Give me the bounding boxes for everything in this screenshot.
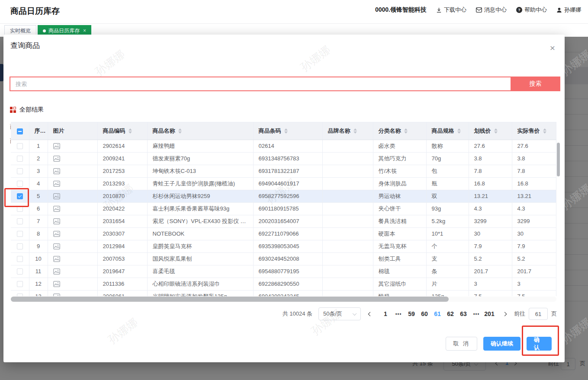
table-row[interactable]: 3 2017253 坤甸铁木筷C-013 6931781322187 竹/木筷 … — [11, 165, 556, 177]
column-header[interactable]: 实际售价 — [512, 122, 556, 140]
column-header[interactable]: 商品规格 — [426, 122, 469, 140]
next-page-arrow[interactable] — [501, 313, 508, 316]
table-row[interactable]: 8 2030307 NOTEBOOK 6922711079066 硬面本 10*… — [11, 227, 556, 240]
sale-price: 5.2 — [512, 252, 556, 265]
search-input[interactable] — [16, 81, 511, 87]
page-number[interactable]: 62 — [444, 307, 456, 320]
column-header[interactable]: 商品条码 — [253, 122, 322, 140]
image-placeholder-icon — [53, 181, 92, 187]
category-name: 硬面本 — [373, 227, 426, 240]
goto-page-input[interactable] — [529, 308, 548, 320]
row-checkbox[interactable] — [17, 281, 23, 287]
select-all-checkbox[interactable] — [17, 128, 23, 134]
table-row[interactable]: 5 2010870 杉杉休闲运动男袜9259 6958277592596 男运动… — [11, 190, 556, 202]
page-ellipsis[interactable]: ••• — [392, 307, 405, 320]
column-header[interactable]: 商品编码 — [97, 122, 147, 140]
close-icon[interactable]: × — [550, 43, 555, 52]
column-header[interactable]: 商品名称 — [147, 122, 253, 140]
category-name: 无盖马克杯 — [373, 240, 426, 252]
page-number[interactable]: 60 — [418, 307, 431, 320]
sort-caret-icon[interactable] — [494, 128, 498, 134]
row-checkbox[interactable] — [17, 156, 23, 162]
table-row[interactable]: 6 2020422 嘉士利果乐果香果酱草莓味93g 6901180915785 … — [11, 202, 556, 215]
top-header: 商品日历库存 0000.领锋智能科技 下载中心 消息中心 ? 帮助中心 孙娜娜 — [0, 0, 588, 24]
page-ellipsis[interactable]: ••• — [470, 307, 482, 320]
row-checkbox[interactable] — [17, 243, 23, 249]
product-barcode: 6922711079066 — [253, 227, 322, 240]
row-checkbox[interactable] — [17, 193, 23, 199]
product-spec: 70g — [426, 152, 469, 165]
table-row[interactable]: 13 2006061 光明牌如实无添加发酵乳135g 6904209243245… — [11, 290, 556, 296]
page-number[interactable]: 63 — [457, 307, 469, 320]
column-header[interactable]: 品牌名称 — [322, 122, 373, 140]
category-name: 餐具洗洁精 — [373, 215, 426, 227]
sort-caret-icon[interactable] — [353, 128, 357, 134]
confirm-continue-button[interactable]: 确认继续 — [483, 337, 521, 351]
horizontal-scrollbar[interactable] — [11, 297, 556, 302]
tab-close-icon[interactable]: × — [83, 28, 86, 34]
product-code: 2019647 — [97, 265, 147, 278]
table-row[interactable]: 4 2013293 青蛙王子儿童倍护润肤露(橄榄油) 6949044601917… — [11, 177, 556, 190]
vertical-scrollbar-thumb[interactable] — [557, 143, 560, 176]
confirm-button[interactable]: 确认 — [527, 337, 552, 351]
table-row[interactable]: 1 2902614 麻辣鸭翅 02614 卤水类 散称 27.6 27.6 — [11, 140, 556, 152]
row-checkbox[interactable] — [17, 206, 23, 212]
column-header: 图片 — [48, 122, 97, 140]
page-number[interactable]: 61 — [431, 307, 443, 320]
row-checkbox[interactable] — [17, 143, 23, 149]
product-code: 2012984 — [97, 240, 147, 252]
row-checkbox[interactable] — [17, 231, 23, 237]
table-row[interactable]: 2 2009241 德发麦丽素70g 6931348756783 其他巧克力 7… — [11, 152, 556, 165]
table-row[interactable]: 12 2011336 心相印眼镜清洁系列装湿巾 6922868290550 其它… — [11, 278, 556, 290]
query-product-dialog: 查询商品 × 搜索 全部结果 商品分类： 全部 粮油调味清洁用品日常家用日常家居… — [3, 35, 565, 362]
sort-caret-icon[interactable] — [543, 128, 546, 134]
category-name: 酸奶 — [373, 290, 426, 296]
product-spec: 5.2kg — [426, 215, 469, 227]
message-center-link[interactable]: 消息中心 — [476, 6, 507, 14]
table-row[interactable]: 10 2007053 国风悦家瓜果刨 6930249452008 刨类工具 支 … — [11, 252, 556, 265]
sort-caret-icon[interactable] — [404, 128, 408, 134]
product-name: 索尼（SONY）VPL-EX430 投影仪 投影机... — [147, 215, 253, 227]
list-price: 7.5 — [469, 290, 512, 296]
image-placeholder-icon — [53, 218, 92, 224]
sort-caret-icon[interactable] — [457, 128, 461, 134]
user-menu[interactable]: 孙娜娜 — [556, 6, 581, 14]
product-name: 皇爵英皇马克杯 — [147, 240, 253, 252]
table-row[interactable]: 7 2031654 索尼（SONY）VPL-EX430 投影仪 投影机... 2… — [11, 215, 556, 227]
help-center-link[interactable]: ? 帮助中心 — [516, 6, 547, 14]
product-spec: 双 — [426, 190, 469, 202]
row-checkbox[interactable] — [17, 256, 23, 262]
row-checkbox[interactable] — [17, 294, 23, 296]
product-barcode: 6935398053045 — [253, 240, 322, 252]
table-row[interactable]: 9 2012984 皇爵英皇马克杯 6935398053045 无盖马克杯 个 … — [11, 240, 556, 252]
sort-caret-icon[interactable] — [178, 128, 182, 134]
horizontal-scrollbar-thumb[interactable] — [11, 297, 449, 302]
column-header[interactable]: 划线价 — [469, 122, 512, 140]
row-checkbox[interactable] — [17, 218, 23, 224]
prev-page-arrow[interactable] — [367, 313, 373, 316]
product-code: 2006061 — [97, 290, 147, 296]
row-checkbox[interactable] — [17, 168, 23, 174]
sort-caret-icon[interactable] — [128, 128, 132, 134]
row-index: 10 — [29, 252, 48, 265]
image-placeholder-icon — [53, 193, 92, 199]
row-checkbox[interactable] — [17, 268, 23, 275]
image-placeholder-icon — [53, 156, 92, 162]
sale-price: 3.8 — [512, 152, 556, 165]
table-row[interactable]: 11 2019647 喜柔毛毯 6954880779195 棉毯 条 201.7… — [11, 265, 556, 278]
page-size-select[interactable]: 50条/页 — [318, 307, 361, 320]
product-code: 2007053 — [97, 252, 147, 265]
sale-price: 7.8 — [512, 165, 556, 177]
page-number[interactable]: 59 — [405, 307, 418, 320]
column-header[interactable]: 分类名称 — [373, 122, 426, 140]
list-price: 30 — [469, 227, 512, 240]
search-button[interactable]: 搜索 — [511, 77, 560, 91]
image-placeholder-icon — [53, 143, 92, 149]
download-center-link[interactable]: 下载中心 — [436, 6, 466, 14]
product-name: 坤甸铁木筷C-013 — [147, 165, 253, 177]
page-number[interactable]: 201 — [483, 307, 495, 320]
page-number[interactable]: 1 — [379, 307, 392, 320]
row-checkbox[interactable] — [17, 181, 23, 187]
sort-caret-icon[interactable] — [284, 128, 288, 134]
cancel-button[interactable]: 取 消 — [446, 337, 477, 351]
